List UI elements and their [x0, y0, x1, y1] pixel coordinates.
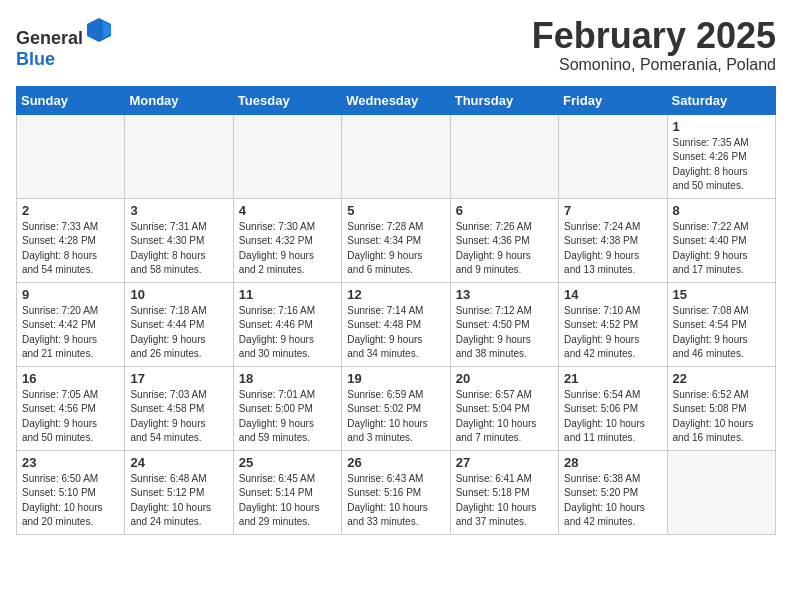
- calendar-cell: 22Sunrise: 6:52 AM Sunset: 5:08 PM Dayli…: [667, 366, 775, 450]
- day-info: Sunrise: 7:05 AM Sunset: 4:56 PM Dayligh…: [22, 388, 119, 446]
- calendar-cell: 1Sunrise: 7:35 AM Sunset: 4:26 PM Daylig…: [667, 114, 775, 198]
- location-title: Somonino, Pomerania, Poland: [532, 56, 776, 74]
- day-number: 24: [130, 455, 227, 470]
- day-info: Sunrise: 6:48 AM Sunset: 5:12 PM Dayligh…: [130, 472, 227, 530]
- calendar-cell: 9Sunrise: 7:20 AM Sunset: 4:42 PM Daylig…: [17, 282, 125, 366]
- day-info: Sunrise: 7:01 AM Sunset: 5:00 PM Dayligh…: [239, 388, 336, 446]
- calendar-cell: 2Sunrise: 7:33 AM Sunset: 4:28 PM Daylig…: [17, 198, 125, 282]
- calendar-table: SundayMondayTuesdayWednesdayThursdayFrid…: [16, 86, 776, 535]
- calendar-cell: 20Sunrise: 6:57 AM Sunset: 5:04 PM Dayli…: [450, 366, 558, 450]
- day-info: Sunrise: 7:22 AM Sunset: 4:40 PM Dayligh…: [673, 220, 770, 278]
- calendar-cell: 27Sunrise: 6:41 AM Sunset: 5:18 PM Dayli…: [450, 450, 558, 534]
- day-number: 10: [130, 287, 227, 302]
- calendar-cell: 23Sunrise: 6:50 AM Sunset: 5:10 PM Dayli…: [17, 450, 125, 534]
- day-header-wednesday: Wednesday: [342, 86, 450, 114]
- day-number: 9: [22, 287, 119, 302]
- day-info: Sunrise: 7:35 AM Sunset: 4:26 PM Dayligh…: [673, 136, 770, 194]
- day-info: Sunrise: 6:54 AM Sunset: 5:06 PM Dayligh…: [564, 388, 661, 446]
- day-header-saturday: Saturday: [667, 86, 775, 114]
- day-number: 3: [130, 203, 227, 218]
- day-number: 4: [239, 203, 336, 218]
- logo-general: General: [16, 28, 83, 48]
- day-info: Sunrise: 6:59 AM Sunset: 5:02 PM Dayligh…: [347, 388, 444, 446]
- week-row-2: 2Sunrise: 7:33 AM Sunset: 4:28 PM Daylig…: [17, 198, 776, 282]
- calendar-cell: [125, 114, 233, 198]
- day-info: Sunrise: 7:10 AM Sunset: 4:52 PM Dayligh…: [564, 304, 661, 362]
- day-info: Sunrise: 7:08 AM Sunset: 4:54 PM Dayligh…: [673, 304, 770, 362]
- day-info: Sunrise: 7:26 AM Sunset: 4:36 PM Dayligh…: [456, 220, 553, 278]
- calendar-cell: 24Sunrise: 6:48 AM Sunset: 5:12 PM Dayli…: [125, 450, 233, 534]
- day-info: Sunrise: 7:20 AM Sunset: 4:42 PM Dayligh…: [22, 304, 119, 362]
- day-info: Sunrise: 6:50 AM Sunset: 5:10 PM Dayligh…: [22, 472, 119, 530]
- week-row-5: 23Sunrise: 6:50 AM Sunset: 5:10 PM Dayli…: [17, 450, 776, 534]
- calendar-cell: 11Sunrise: 7:16 AM Sunset: 4:46 PM Dayli…: [233, 282, 341, 366]
- calendar-cell: [450, 114, 558, 198]
- page-header: General Blue February 2025 Somonino, Pom…: [16, 16, 776, 74]
- calendar-cell: 13Sunrise: 7:12 AM Sunset: 4:50 PM Dayli…: [450, 282, 558, 366]
- week-row-4: 16Sunrise: 7:05 AM Sunset: 4:56 PM Dayli…: [17, 366, 776, 450]
- calendar-cell: 14Sunrise: 7:10 AM Sunset: 4:52 PM Dayli…: [559, 282, 667, 366]
- day-header-friday: Friday: [559, 86, 667, 114]
- calendar-cell: 4Sunrise: 7:30 AM Sunset: 4:32 PM Daylig…: [233, 198, 341, 282]
- day-number: 5: [347, 203, 444, 218]
- day-info: Sunrise: 7:24 AM Sunset: 4:38 PM Dayligh…: [564, 220, 661, 278]
- day-number: 28: [564, 455, 661, 470]
- calendar-cell: 25Sunrise: 6:45 AM Sunset: 5:14 PM Dayli…: [233, 450, 341, 534]
- calendar-cell: [233, 114, 341, 198]
- day-number: 25: [239, 455, 336, 470]
- day-number: 2: [22, 203, 119, 218]
- day-number: 14: [564, 287, 661, 302]
- day-info: Sunrise: 6:41 AM Sunset: 5:18 PM Dayligh…: [456, 472, 553, 530]
- week-row-3: 9Sunrise: 7:20 AM Sunset: 4:42 PM Daylig…: [17, 282, 776, 366]
- day-info: Sunrise: 7:31 AM Sunset: 4:30 PM Dayligh…: [130, 220, 227, 278]
- day-number: 17: [130, 371, 227, 386]
- calendar-cell: 12Sunrise: 7:14 AM Sunset: 4:48 PM Dayli…: [342, 282, 450, 366]
- calendar-cell: 18Sunrise: 7:01 AM Sunset: 5:00 PM Dayli…: [233, 366, 341, 450]
- day-info: Sunrise: 6:43 AM Sunset: 5:16 PM Dayligh…: [347, 472, 444, 530]
- day-header-tuesday: Tuesday: [233, 86, 341, 114]
- day-number: 18: [239, 371, 336, 386]
- month-title: February 2025: [532, 16, 776, 56]
- day-number: 8: [673, 203, 770, 218]
- day-info: Sunrise: 6:52 AM Sunset: 5:08 PM Dayligh…: [673, 388, 770, 446]
- day-number: 13: [456, 287, 553, 302]
- calendar-cell: 15Sunrise: 7:08 AM Sunset: 4:54 PM Dayli…: [667, 282, 775, 366]
- day-number: 26: [347, 455, 444, 470]
- calendar-cell: [17, 114, 125, 198]
- calendar-cell: 19Sunrise: 6:59 AM Sunset: 5:02 PM Dayli…: [342, 366, 450, 450]
- logo-blue: Blue: [16, 49, 55, 69]
- day-info: Sunrise: 6:45 AM Sunset: 5:14 PM Dayligh…: [239, 472, 336, 530]
- day-info: Sunrise: 6:57 AM Sunset: 5:04 PM Dayligh…: [456, 388, 553, 446]
- day-number: 15: [673, 287, 770, 302]
- day-info: Sunrise: 7:30 AM Sunset: 4:32 PM Dayligh…: [239, 220, 336, 278]
- day-number: 1: [673, 119, 770, 134]
- day-info: Sunrise: 7:33 AM Sunset: 4:28 PM Dayligh…: [22, 220, 119, 278]
- day-info: Sunrise: 7:14 AM Sunset: 4:48 PM Dayligh…: [347, 304, 444, 362]
- logo-icon: [85, 16, 113, 44]
- week-row-1: 1Sunrise: 7:35 AM Sunset: 4:26 PM Daylig…: [17, 114, 776, 198]
- calendar-cell: 26Sunrise: 6:43 AM Sunset: 5:16 PM Dayli…: [342, 450, 450, 534]
- calendar-cell: 28Sunrise: 6:38 AM Sunset: 5:20 PM Dayli…: [559, 450, 667, 534]
- calendar-cell: 16Sunrise: 7:05 AM Sunset: 4:56 PM Dayli…: [17, 366, 125, 450]
- day-info: Sunrise: 7:12 AM Sunset: 4:50 PM Dayligh…: [456, 304, 553, 362]
- title-section: February 2025 Somonino, Pomerania, Polan…: [532, 16, 776, 74]
- calendar-cell: 21Sunrise: 6:54 AM Sunset: 5:06 PM Dayli…: [559, 366, 667, 450]
- day-header-thursday: Thursday: [450, 86, 558, 114]
- calendar-cell: 3Sunrise: 7:31 AM Sunset: 4:30 PM Daylig…: [125, 198, 233, 282]
- day-info: Sunrise: 7:16 AM Sunset: 4:46 PM Dayligh…: [239, 304, 336, 362]
- calendar-cell: 10Sunrise: 7:18 AM Sunset: 4:44 PM Dayli…: [125, 282, 233, 366]
- day-number: 20: [456, 371, 553, 386]
- calendar-cell: [559, 114, 667, 198]
- calendar-cell: 5Sunrise: 7:28 AM Sunset: 4:34 PM Daylig…: [342, 198, 450, 282]
- day-header-sunday: Sunday: [17, 86, 125, 114]
- day-number: 23: [22, 455, 119, 470]
- day-number: 27: [456, 455, 553, 470]
- day-info: Sunrise: 7:18 AM Sunset: 4:44 PM Dayligh…: [130, 304, 227, 362]
- calendar-cell: 6Sunrise: 7:26 AM Sunset: 4:36 PM Daylig…: [450, 198, 558, 282]
- calendar-cell: [342, 114, 450, 198]
- day-info: Sunrise: 7:03 AM Sunset: 4:58 PM Dayligh…: [130, 388, 227, 446]
- day-number: 6: [456, 203, 553, 218]
- calendar-cell: 17Sunrise: 7:03 AM Sunset: 4:58 PM Dayli…: [125, 366, 233, 450]
- day-number: 11: [239, 287, 336, 302]
- calendar-cell: 7Sunrise: 7:24 AM Sunset: 4:38 PM Daylig…: [559, 198, 667, 282]
